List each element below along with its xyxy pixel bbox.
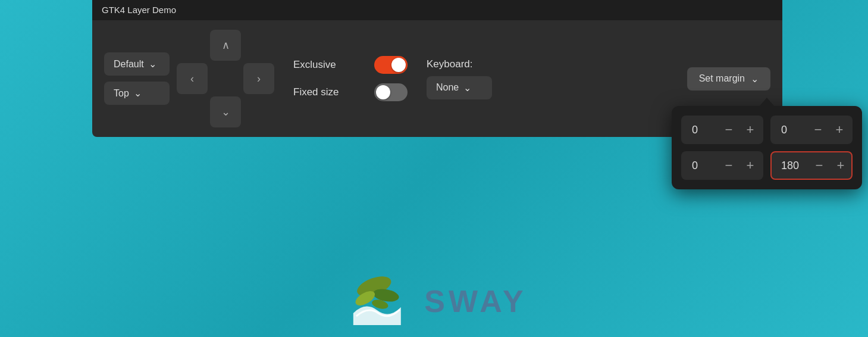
- fixed-size-toggle-knob: [376, 85, 390, 99]
- toggle-group: Exclusive Fixed size: [293, 56, 408, 101]
- fixed-size-toggle[interactable]: [374, 83, 408, 101]
- chevron-down-icon: ⌄: [149, 58, 156, 70]
- set-margin-button[interactable]: Set margin ⌄: [687, 67, 770, 91]
- spinner-top-left-value: 0: [682, 118, 718, 142]
- title-bar: GTK4 Layer Demo: [92, 0, 782, 20]
- spinner-top-left: 0 − +: [681, 116, 763, 144]
- spinner-top-right-minus[interactable]: −: [807, 117, 829, 143]
- spinner-bottom-left: 0 − +: [681, 151, 763, 180]
- right-arrow-icon: ›: [257, 73, 261, 85]
- spinner-top-right-value: 0: [772, 118, 807, 142]
- chevron-down-icon: ⌄: [134, 88, 142, 99]
- spinner-bottom-left-plus[interactable]: +: [739, 152, 761, 179]
- popup-arrow: [760, 98, 774, 106]
- window-title: GTK4 Layer Demo: [102, 5, 176, 15]
- sway-logo-icon: [341, 266, 412, 337]
- nav-down-button[interactable]: ⌄: [210, 96, 241, 127]
- top-dropdown[interactable]: Top ⌄: [104, 82, 170, 105]
- down-arrow-icon: ⌄: [221, 105, 230, 118]
- margin-popup: 0 − + 0 − + 0 − + 180 − +: [672, 106, 862, 189]
- spinner-top-right: 0 − +: [770, 116, 853, 144]
- left-arrow-icon: ‹: [190, 73, 194, 85]
- left-controls: Default ⌄ Top ⌄: [104, 52, 170, 105]
- spinner-top-left-plus[interactable]: +: [739, 117, 761, 143]
- spinner-bottom-right-minus[interactable]: −: [809, 152, 830, 179]
- exclusive-row: Exclusive: [293, 56, 408, 74]
- keyboard-group: Keyboard: None ⌄: [427, 58, 492, 99]
- fixed-size-row: Fixed size: [293, 83, 408, 101]
- spinner-bottom-left-value: 0: [682, 154, 718, 178]
- exclusive-toggle[interactable]: [374, 56, 408, 74]
- exclusive-label: Exclusive: [293, 59, 365, 71]
- chevron-down-icon: ⌄: [463, 82, 471, 93]
- default-dropdown[interactable]: Default ⌄: [104, 52, 170, 76]
- spinner-top-left-minus[interactable]: −: [718, 117, 739, 143]
- spinner-bottom-left-minus[interactable]: −: [718, 152, 739, 179]
- nav-left-button[interactable]: ‹: [177, 63, 208, 94]
- fixed-size-label: Fixed size: [293, 86, 365, 98]
- keyboard-label: Keyboard:: [427, 58, 492, 70]
- keyboard-none-dropdown[interactable]: None ⌄: [427, 76, 492, 99]
- sway-brand-text: SWAY: [424, 283, 527, 319]
- spinner-bottom-right-plus[interactable]: +: [830, 152, 851, 179]
- chevron-down-icon: ⌄: [751, 73, 759, 85]
- spinner-bottom-right-value: 180: [772, 154, 809, 178]
- spinner-top-right-plus[interactable]: +: [829, 117, 850, 143]
- nav-right-button[interactable]: ›: [243, 63, 274, 94]
- up-arrow-icon: ∧: [222, 39, 230, 52]
- spinner-bottom-right: 180 − +: [770, 151, 853, 180]
- exclusive-toggle-knob: [391, 58, 406, 72]
- nav-grid: ∧ ‹ › ⌄: [177, 30, 274, 127]
- nav-up-button[interactable]: ∧: [210, 30, 241, 61]
- sway-area: SWAY: [341, 266, 527, 337]
